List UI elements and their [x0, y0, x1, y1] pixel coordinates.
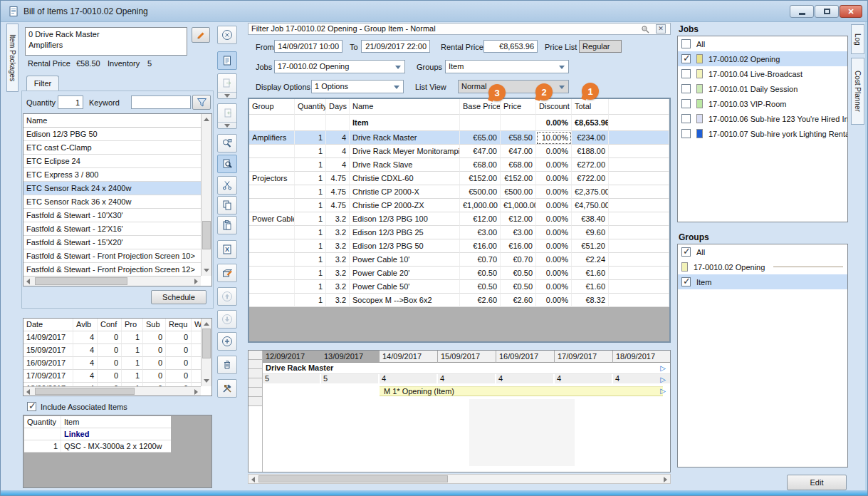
item-list-vscrollbar[interactable] — [201, 114, 211, 276]
rental-price-total-value[interactable]: €8,653.96 — [483, 40, 538, 53]
col-days[interactable]: Days — [326, 99, 350, 115]
list-item[interactable]: ETC cast C-Clamp — [23, 141, 201, 155]
tab-filter[interactable]: Filter — [26, 76, 59, 91]
timeline-date[interactable]: 15/09/2017 — [438, 351, 496, 363]
export-dropdown[interactable] — [218, 92, 236, 98]
availability-hscrollbar[interactable] — [23, 386, 201, 396]
col-w[interactable]: W — [192, 319, 201, 331]
import-dropdown[interactable] — [218, 122, 236, 128]
availability-row[interactable]: 14/09/2017 4 0 1 0 0 — [23, 331, 201, 344]
job-checkbox[interactable] — [681, 39, 691, 48]
group-row[interactable]: All — [678, 244, 847, 259]
timeline-date[interactable]: 16/09/2017 — [496, 351, 555, 363]
filter-button[interactable] — [192, 95, 211, 110]
list-item[interactable]: Fastfold & Stewart - Front Projection Sc… — [23, 249, 201, 263]
minimize-button[interactable] — [790, 5, 814, 18]
close-window-button[interactable]: ✕ — [840, 5, 862, 18]
paste-button[interactable] — [217, 216, 237, 234]
move-up-button[interactable] — [217, 287, 237, 306]
to-input[interactable]: 21/09/2017 22:00 — [361, 40, 430, 53]
maximize-button[interactable] — [815, 5, 839, 18]
scroll-thumb[interactable] — [258, 475, 448, 482]
add-button[interactable] — [217, 332, 237, 351]
list-item[interactable]: ETC Eclipse 24 — [23, 155, 201, 168]
stock-search-button[interactable] — [217, 134, 237, 153]
col-name[interactable]: Name — [350, 99, 460, 115]
scroll-right-icon[interactable] — [194, 389, 198, 395]
group-row[interactable]: 17-0010.02 Opening — [678, 259, 847, 274]
job-row[interactable]: 17-0010.01 Daily Session — [678, 81, 847, 96]
items-table-row[interactable]: Projectors 1 4.75 Christie CDXL-60 €152.… — [249, 172, 669, 185]
timeline-date[interactable]: 18/09/2017 — [613, 351, 671, 363]
scroll-thumb[interactable] — [202, 329, 211, 358]
items-table-row[interactable]: 1 3.2 Socopex M -->Box 6x2 €2.60 €2.60 0… — [249, 294, 669, 307]
scroll-right-icon[interactable] — [664, 477, 667, 482]
items-table-row[interactable]: 1 3.2 Power Cable 20' €0.50 €0.50 0.00% … — [249, 267, 669, 280]
scroll-left-icon[interactable] — [251, 477, 255, 482]
items-table-row[interactable]: 1 4.75 Christie CP 2000-ZX €1,000.00 €1,… — [249, 199, 669, 212]
timeline-date[interactable]: 13/09/2017 — [321, 351, 380, 363]
tab-log[interactable]: Log — [851, 24, 864, 54]
list-item[interactable]: Edison 12/3 PBG 50 — [23, 128, 201, 141]
col-price[interactable]: Price — [501, 99, 536, 115]
item-list-hscrollbar[interactable] — [23, 276, 201, 286]
col-pro[interactable]: Pro — [122, 319, 143, 331]
job-checkbox[interactable] — [681, 69, 691, 78]
scroll-right-icon[interactable] — [194, 279, 198, 284]
job-checkbox[interactable] — [681, 84, 691, 93]
expand-arrow-icon[interactable]: ▷ — [660, 376, 666, 383]
timeline-row-header[interactable] — [249, 388, 262, 397]
col-conf[interactable]: Conf — [98, 319, 122, 331]
document-search-button[interactable] — [217, 155, 237, 173]
timeline-row-header[interactable] — [249, 397, 262, 406]
scroll-down-icon[interactable] — [204, 269, 209, 272]
job-checkbox[interactable] — [681, 99, 691, 108]
timeline-row-header[interactable] — [249, 369, 262, 378]
job-row[interactable]: 17-0010.06 Sub-hire 123 You're Hired Inc… — [678, 111, 847, 126]
col-avlb[interactable]: Avlb — [73, 319, 98, 331]
col-requ[interactable]: Requ — [166, 319, 192, 331]
list-item[interactable]: Fastfold & Stewart - 15'X20' — [23, 236, 201, 249]
linked-item-row[interactable]: 1 QSC - MX-3000a 2 x 1200w — [24, 440, 171, 453]
scroll-thumb[interactable] — [202, 221, 211, 249]
availability-row[interactable]: 16/09/2017 4 0 1 0 0 — [23, 357, 201, 370]
col-sub[interactable]: Sub — [143, 319, 166, 331]
items-table-row[interactable]: 1 3.2 Edison 12/3 PBG 50 €16.00 €16.00 0… — [249, 239, 669, 253]
timeline-row-header[interactable] — [249, 378, 262, 388]
list-item[interactable]: ETC Sensor Rack 36 x 2400w — [23, 195, 201, 209]
jobs-combo[interactable]: 17-0010.02 Opening — [274, 60, 405, 73]
list-item[interactable]: Fastfold & Stewart - Front Projection Sc… — [23, 263, 201, 276]
items-table-row[interactable]: 1 4 Drive Rack Meyer Monitoramping €47.0… — [249, 145, 669, 158]
items-table-row[interactable]: Amplifiers 1 4 Drive Rack Master €65.00 … — [249, 131, 669, 145]
include-associated-checkbox[interactable] — [27, 402, 36, 411]
items-table-row[interactable]: 1 4 Drive Rack Slave €68.00 €68.00 0.00%… — [249, 158, 669, 172]
col-item[interactable]: Item — [61, 416, 171, 428]
expand-arrow-icon[interactable]: ▷ — [660, 387, 666, 395]
include-associated-items[interactable]: Include Associated Items — [27, 402, 127, 411]
close-panel-button[interactable] — [217, 26, 237, 44]
package-edit-button[interactable] — [217, 264, 237, 282]
job-row[interactable]: All — [678, 36, 847, 51]
job-checkbox[interactable] — [681, 54, 691, 63]
pin-icon[interactable] — [641, 25, 650, 34]
job-row[interactable]: 17-0010.02 Opening — [678, 51, 847, 66]
timeline-row-header[interactable] — [249, 360, 262, 369]
col-discount[interactable]: Discount — [536, 99, 572, 115]
from-input[interactable]: 14/09/2017 10:00 — [274, 40, 343, 53]
scroll-left-icon[interactable] — [26, 279, 30, 284]
list-item[interactable]: Fastfold & Stewart - 12'X16' — [23, 222, 201, 236]
timeline-row-header[interactable] — [249, 351, 262, 360]
timeline-booking-bar[interactable]: M 1* Opening (Item) — [380, 386, 663, 396]
job-checkbox[interactable] — [681, 114, 691, 123]
timeline-date[interactable]: 17/09/2017 — [555, 351, 613, 363]
col-base-price[interactable]: Base Price — [460, 99, 501, 115]
timeline-date[interactable]: 14/09/2017 — [380, 351, 438, 363]
availability-row[interactable]: 17/09/2017 4 0 1 0 0 — [23, 370, 201, 383]
timeline-date[interactable]: 12/09/2017 — [263, 351, 321, 363]
tab-item-packages[interactable]: Item Packages — [6, 24, 19, 92]
job-checkbox[interactable] — [681, 129, 691, 138]
scroll-thumb[interactable] — [35, 277, 127, 285]
items-table-row[interactable]: 1 4.75 Christie CP 2000-X €500.00 €500.0… — [249, 185, 669, 199]
scroll-thumb[interactable] — [35, 388, 135, 395]
timeline-hscrollbar[interactable] — [248, 474, 671, 484]
